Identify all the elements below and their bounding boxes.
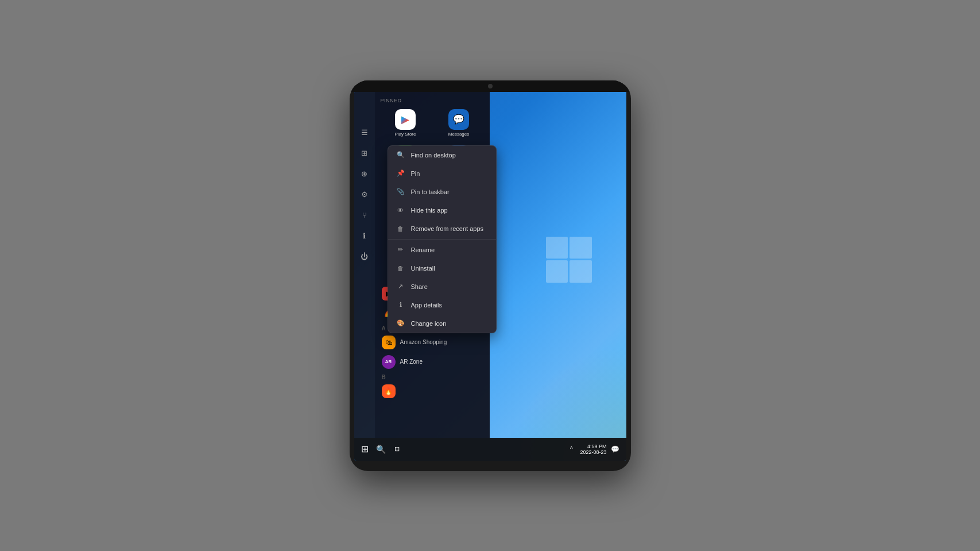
play-store-label: Play Store [395, 132, 416, 137]
alpha-b: B [377, 372, 487, 382]
uninstall-label: Uninstall [411, 265, 435, 272]
sidebar-info-icon[interactable]: ℹ [357, 229, 372, 244]
remove-recent-label: Remove from recent apps [411, 225, 484, 232]
context-remove-recent[interactable]: 🗑 Remove from recent apps [388, 219, 496, 238]
camera-notch [488, 84, 493, 88]
phone-top-bar [350, 80, 631, 92]
context-pin-taskbar[interactable]: 📎 Pin to taskbar [388, 183, 496, 201]
uninstall-icon: 🗑 [396, 264, 405, 273]
hide-icon: 👁 [396, 206, 405, 215]
sidebar: ☰ ⊞ ⊕ ⚙ ⑂ ℹ ⏻ [354, 91, 375, 438]
context-menu: 🔍 Find on desktop 📌 Pin 📎 Pin to taskbar… [388, 145, 497, 333]
app-details-icon: ℹ [396, 300, 405, 310]
pin-taskbar-label: Pin to taskbar [411, 188, 450, 195]
amazon-label: Amazon Shopping [400, 339, 447, 345]
taskbar-right: ^ 4:59 PM 2022-08-23 💬 [565, 443, 621, 456]
sidebar-power-icon[interactable]: ⏻ [357, 249, 372, 264]
app-details-label: App details [411, 302, 442, 309]
taskbar: ⊞ 🔍 ⊟ ^ 4:59 PM 2022-08-23 💬 [354, 438, 626, 461]
app-b-placeholder[interactable]: 🔥 [377, 382, 487, 401]
rename-label: Rename [411, 246, 435, 253]
amazon-icon: 🛍 [382, 336, 396, 349]
context-change-icon[interactable]: 🎨 Change icon [388, 314, 496, 333]
share-label: Share [411, 283, 428, 290]
phone-frame: ☰ ⊞ ⊕ ⚙ ⑂ ℹ ⏻ Pinned ▶ Play Store 💬 [350, 80, 631, 471]
pin-icon: 📌 [396, 169, 405, 178]
messages-icon-1: 💬 [448, 109, 469, 130]
app-messages-1[interactable]: 💬 Messages [433, 106, 485, 140]
sidebar-settings-icon[interactable]: ⚙ [357, 187, 372, 202]
context-find-on-desktop[interactable]: 🔍 Find on desktop [388, 146, 496, 164]
context-share[interactable]: ↗ Share [388, 278, 496, 296]
taskbar-time: 4:59 PM [587, 444, 607, 449]
messages-label-1: Messages [448, 132, 469, 137]
pin-label: Pin [411, 170, 420, 177]
phone-screen: ☰ ⊞ ⊕ ⚙ ⑂ ℹ ⏻ Pinned ▶ Play Store 💬 [354, 91, 626, 461]
context-app-details[interactable]: ℹ App details [388, 296, 496, 314]
b-app-icon: 🔥 [382, 384, 396, 398]
sidebar-search-icon[interactable]: ⊕ [357, 167, 372, 182]
pin-taskbar-icon: 📎 [396, 187, 405, 196]
play-store-icon: ▶ [395, 109, 416, 130]
notification-icon[interactable]: 💬 [609, 443, 622, 456]
remove-recent-icon: 🗑 [396, 224, 405, 233]
sidebar-recent-icon[interactable]: ⊞ [357, 146, 372, 161]
pinned-section-label: Pinned [377, 95, 487, 105]
change-icon-icon: 🎨 [396, 319, 405, 328]
sidebar-usb-icon[interactable]: ⑂ [357, 208, 372, 223]
ar-zone-label: AR Zone [400, 359, 423, 365]
ar-zone-icon: AR [382, 355, 396, 369]
rename-icon: ✏ [396, 245, 405, 255]
task-view-button[interactable]: ⊟ [391, 443, 404, 456]
search-button[interactable]: 🔍 [375, 443, 388, 456]
find-desktop-icon: 🔍 [396, 151, 405, 160]
share-icon: ↗ [396, 282, 405, 291]
sidebar-menu-icon[interactable]: ☰ [357, 125, 372, 140]
app-ar-zone[interactable]: AR AR Zone [377, 352, 487, 372]
context-rename[interactable]: ✏ Rename [388, 241, 496, 259]
context-separator-1 [388, 239, 496, 240]
taskbar-left: ⊞ 🔍 ⊟ [359, 443, 404, 456]
context-hide[interactable]: 👁 Hide this app [388, 201, 496, 219]
change-icon-label: Change icon [411, 320, 447, 327]
taskbar-date: 2022-08-23 [580, 449, 606, 455]
app-play-store[interactable]: ▶ Play Store [379, 106, 432, 140]
context-pin[interactable]: 📌 Pin [388, 164, 496, 183]
taskbar-time-display: 4:59 PM 2022-08-23 [580, 444, 606, 455]
windows-button[interactable]: ⊞ [359, 443, 371, 456]
context-uninstall[interactable]: 🗑 Uninstall [388, 259, 496, 278]
hide-label: Hide this app [411, 207, 448, 214]
app-amazon[interactable]: 🛍 Amazon Shopping [377, 333, 487, 352]
system-tray-expand[interactable]: ^ [565, 443, 578, 456]
find-desktop-label: Find on desktop [411, 152, 456, 159]
windows-logo [546, 237, 592, 283]
